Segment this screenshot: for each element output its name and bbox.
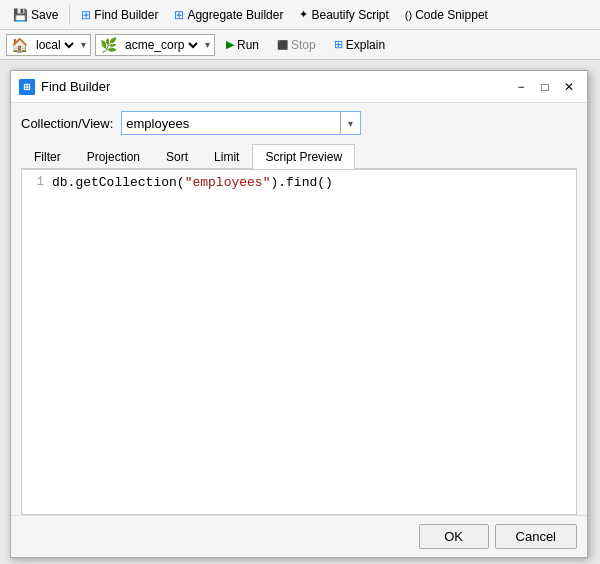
aggregate-builder-button[interactable]: ⊞ Aggregate Builder	[167, 5, 290, 25]
code-suffix: ).find()	[270, 175, 332, 190]
maximize-button[interactable]: □	[535, 78, 555, 96]
run-icon: ▶	[226, 38, 234, 51]
find-builder-dialog: ⊞ Find Builder − □ ✕ Collection/View: ▾	[10, 70, 588, 558]
dialog-window-controls: − □ ✕	[511, 78, 579, 96]
collection-input[interactable]	[122, 116, 340, 131]
beautify-script-button[interactable]: ✦ Beautify Script	[292, 5, 395, 25]
db-select[interactable]: acme_corp	[121, 37, 201, 53]
cancel-button[interactable]: Cancel	[495, 524, 577, 549]
dialog-footer: OK Cancel	[11, 515, 587, 557]
collection-dropdown-button[interactable]: ▾	[340, 112, 360, 134]
code-snippet-button[interactable]: () Code Snippet	[398, 5, 495, 25]
tab-projection[interactable]: Projection	[74, 144, 153, 169]
tab-sort[interactable]: Sort	[153, 144, 201, 169]
local-icon: 🏠	[11, 37, 28, 53]
code-snippet-label: Code Snippet	[415, 8, 488, 22]
local-select[interactable]: local	[32, 37, 77, 53]
explain-icon: ⊞	[334, 38, 343, 51]
db-chevron-icon: ▾	[205, 39, 210, 50]
dialog-title: Find Builder	[41, 79, 505, 94]
run-label: Run	[237, 38, 259, 52]
stop-icon: ⬛	[277, 40, 288, 50]
code-snippet-icon: ()	[405, 9, 412, 21]
close-button[interactable]: ✕	[559, 78, 579, 96]
dialog-title-icon: ⊞	[19, 79, 35, 95]
collection-input-wrapper: ▾	[121, 111, 361, 135]
query-tabs: Filter Projection Sort Limit Script Prev…	[21, 143, 577, 169]
aggregate-icon: ⊞	[174, 8, 184, 22]
collection-row: Collection/View: ▾	[21, 111, 577, 135]
code-prefix: db.getCollection(	[52, 175, 185, 190]
collection-chevron-icon: ▾	[348, 118, 353, 129]
minimize-button[interactable]: −	[511, 78, 531, 96]
stop-button[interactable]: ⬛ Stop	[270, 35, 323, 55]
save-label: Save	[31, 8, 58, 22]
script-preview-area: 1 db.getCollection("employees").find()	[21, 169, 577, 515]
page-background: ⊞ Find Builder − □ ✕ Collection/View: ▾	[0, 60, 600, 564]
find-builder-label: Find Builder	[94, 8, 158, 22]
toolbar-sep-1	[69, 5, 70, 25]
explain-label: Explain	[346, 38, 385, 52]
dialog-titlebar: ⊞ Find Builder − □ ✕	[11, 71, 587, 103]
collection-label: Collection/View:	[21, 116, 113, 131]
tab-filter[interactable]: Filter	[21, 144, 74, 169]
find-builder-icon: ⊞	[81, 8, 91, 22]
local-chevron-icon: ▾	[81, 39, 86, 50]
db-selector[interactable]: 🌿 acme_corp ▾	[95, 34, 215, 56]
beautify-icon: ✦	[299, 8, 308, 21]
db-icon: 🌿	[100, 37, 117, 53]
tab-limit[interactable]: Limit	[201, 144, 252, 169]
main-toolbar: Save ⊞ Find Builder ⊞ Aggregate Builder …	[0, 0, 600, 30]
code-string: "employees"	[185, 175, 271, 190]
code-content-1: db.getCollection("employees").find()	[52, 175, 576, 190]
save-icon	[13, 8, 28, 22]
secondary-toolbar: 🏠 local ▾ 🌿 acme_corp ▾ ▶ Run ⬛ Stop ⊞ E…	[0, 30, 600, 60]
explain-button[interactable]: ⊞ Explain	[327, 35, 392, 55]
save-button[interactable]: Save	[6, 5, 65, 25]
line-number-1: 1	[22, 175, 52, 189]
local-selector[interactable]: 🏠 local ▾	[6, 34, 91, 56]
ok-button[interactable]: OK	[419, 524, 489, 549]
beautify-label: Beautify Script	[311, 8, 388, 22]
aggregate-builder-label: Aggregate Builder	[187, 8, 283, 22]
tab-script-preview[interactable]: Script Preview	[252, 144, 355, 169]
find-builder-button[interactable]: ⊞ Find Builder	[74, 5, 165, 25]
run-button[interactable]: ▶ Run	[219, 35, 266, 55]
code-line-1: 1 db.getCollection("employees").find()	[22, 174, 576, 191]
dialog-body: Collection/View: ▾ Filter Projection Sor	[11, 103, 587, 515]
stop-label: Stop	[291, 38, 316, 52]
